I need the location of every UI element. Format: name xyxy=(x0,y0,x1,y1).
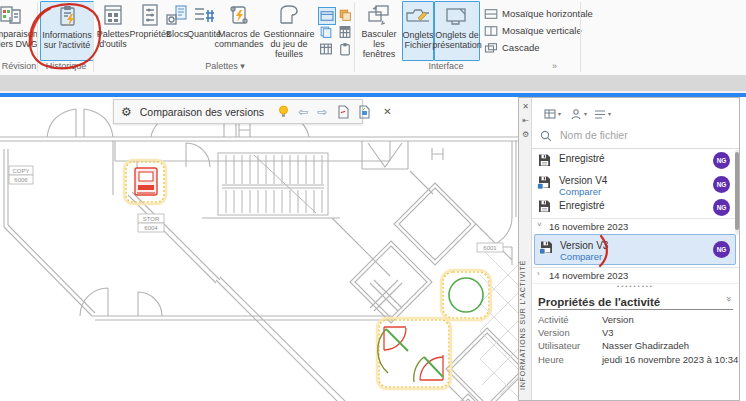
cascade-icon xyxy=(484,43,498,53)
panel-autohide-icon[interactable]: ⇤ xyxy=(519,116,532,125)
scrollbar[interactable] xyxy=(735,150,739,234)
version-row-saved[interactable]: Enregistré NG xyxy=(532,150,739,172)
chevron-down-icon: ˅ xyxy=(537,220,542,229)
room-label-stor: STOR 6004 xyxy=(138,214,164,232)
properties-section-header: Propriétés de l'activité » xyxy=(538,292,733,310)
ribbon-overflow-icon[interactable]: » xyxy=(552,61,557,71)
panel-content: ▾ ▾ ▾ Enregistré NG xyxy=(532,98,739,400)
compare-dwg-icon xyxy=(0,1,24,29)
properties-icon xyxy=(137,1,163,29)
group-separator xyxy=(354,2,355,72)
palette-window-toggle[interactable] xyxy=(318,7,336,25)
palettes-stack-icon xyxy=(338,8,352,22)
room-label-6001: 6001 xyxy=(477,243,503,252)
command-macros-icon xyxy=(226,1,252,29)
version-compare-toolbar: ⚙ Comparaison des versions ⇦ ⇨ ✕ xyxy=(113,99,363,124)
svg-text:COPY: COPY xyxy=(12,168,29,174)
palette-stack-toggle[interactable] xyxy=(337,7,353,23)
properties-button[interactable]: Propriétés xyxy=(132,1,168,59)
group-label-interface: Interface xyxy=(356,61,536,73)
activity-info-button[interactable]: Informations sur l'activité xyxy=(40,1,94,61)
group-label-palettes[interactable]: Palettes ▾ xyxy=(96,61,354,73)
file-tabs-button[interactable]: Onglets Fichier xyxy=(402,1,434,61)
property-row: Activité Version xyxy=(538,314,735,327)
person-icon xyxy=(570,108,583,121)
compare-link[interactable]: Comparer xyxy=(559,186,601,197)
save-image-icon[interactable] xyxy=(358,105,371,119)
avatar: NG xyxy=(713,199,730,216)
panel-close-icon[interactable]: ✕ xyxy=(519,102,532,111)
clipboard-icon xyxy=(338,42,352,56)
panel-title-strip: ✕ ⇤ ⚙ INFORMATIONS SUR L'ACTIVITÉ xyxy=(519,98,532,400)
property-row: Version V3 xyxy=(538,327,735,340)
added-circle[interactable] xyxy=(441,270,491,320)
date-group-header[interactable]: ˅ 16 novembre 2023 xyxy=(532,218,739,235)
search-input[interactable] xyxy=(558,128,722,142)
collapse-section-icon[interactable]: » xyxy=(723,296,733,301)
save-icon xyxy=(537,153,552,172)
sheet-set-manager-icon xyxy=(276,1,302,29)
avatar: NG xyxy=(713,152,730,169)
tile-vertical-item[interactable]: Mosaïque verticale xyxy=(484,23,582,38)
palette-table-toggle[interactable] xyxy=(318,41,334,57)
version-row-saved[interactable]: Enregistré NG xyxy=(532,198,739,218)
previous-arrow-icon[interactable]: ⇦ xyxy=(298,106,308,118)
save-icon xyxy=(537,199,552,218)
list-icon xyxy=(594,108,607,121)
dropdown-icon: ▾ xyxy=(240,61,245,71)
panel-splitter-handle[interactable]: ••••••••• xyxy=(532,282,739,291)
activity-info-icon xyxy=(54,2,80,30)
calculator-icon xyxy=(338,25,352,39)
file-tabs-icon xyxy=(405,2,431,30)
quantity-icon xyxy=(191,1,217,29)
svg-text:STOR: STOR xyxy=(143,216,160,222)
export-snapshot-icon[interactable] xyxy=(337,105,350,119)
version-row-v3-selected[interactable]: Version V3 Comparer NG xyxy=(534,234,736,265)
group-label-revision: Révision xyxy=(0,61,38,73)
next-arrow-icon[interactable]: ⇨ xyxy=(317,106,327,118)
tool-palettes-button[interactable]: Palettes d'outils xyxy=(94,1,132,59)
panel-settings-icon[interactable]: ⚙ xyxy=(519,130,532,139)
sheet-set-manager-button[interactable]: Gestionnaire du jeu de feuilles xyxy=(260,1,318,59)
command-macros-button[interactable]: Macros de commandes xyxy=(216,1,262,59)
list-options-dropdown[interactable]: ▾ xyxy=(594,108,611,121)
close-toolbar-icon[interactable]: ✕ xyxy=(383,106,391,117)
save-version-icon xyxy=(537,175,552,194)
group-label-historique: Historique xyxy=(40,61,92,73)
ribbon: Comparaison fichiers DWG Informations su… xyxy=(0,0,746,75)
stairs xyxy=(218,153,328,215)
cascade-item[interactable]: Cascade xyxy=(484,40,540,55)
panel-vertical-title: INFORMATIONS SUR L'ACTIVITÉ xyxy=(519,250,532,400)
room-label-copy: COPY 6006 xyxy=(9,166,33,184)
svg-text:6006: 6006 xyxy=(14,177,28,183)
bulb-icon[interactable] xyxy=(278,105,289,118)
palette-clipboard-toggle[interactable] xyxy=(337,41,353,57)
svg-text:6001: 6001 xyxy=(483,245,497,251)
window-icon xyxy=(320,9,334,23)
save-version-icon xyxy=(539,240,554,259)
view-mode-dropdown[interactable]: ▾ xyxy=(544,108,561,121)
tile-vertical-icon xyxy=(484,26,498,36)
layout-tabs-button[interactable]: Onglets de présentation xyxy=(434,1,480,61)
compare-dwg-button[interactable]: Comparaison fichiers DWG xyxy=(0,1,38,59)
svg-text:6004: 6004 xyxy=(144,225,158,231)
palette-sheets-toggle[interactable] xyxy=(318,24,334,40)
compare-link[interactable]: Comparer xyxy=(560,251,602,262)
changed-doors[interactable] xyxy=(377,318,451,389)
palette-calculator-toggle[interactable] xyxy=(337,24,353,40)
plan-walls xyxy=(0,103,528,401)
application-window: Comparaison fichiers DWG Informations su… xyxy=(0,0,746,401)
toolbar-title: Comparaison des versions xyxy=(140,106,264,118)
version-row-v4[interactable]: Version V4 Comparer NG xyxy=(532,172,739,198)
activity-insights-panel: ✕ ⇤ ⚙ INFORMATIONS SUR L'ACTIVITÉ ▾ ▾ ▾ xyxy=(518,97,740,401)
switch-windows-button[interactable]: Basculer les fenêtres xyxy=(358,1,400,59)
search-icon xyxy=(540,130,552,142)
layout-tabs-icon xyxy=(444,2,470,30)
property-row: Utilisateur Nasser Ghadirzadeh xyxy=(538,340,735,353)
tile-horizontal-item[interactable]: Mosaïque horizontale xyxy=(484,6,593,21)
avatar: NG xyxy=(713,241,730,258)
user-filter-dropdown[interactable]: ▾ xyxy=(570,108,587,121)
scrollbar-thumb[interactable] xyxy=(735,152,739,230)
switch-windows-icon xyxy=(366,1,392,29)
settings-gear-icon[interactable]: ⚙ xyxy=(121,105,132,119)
